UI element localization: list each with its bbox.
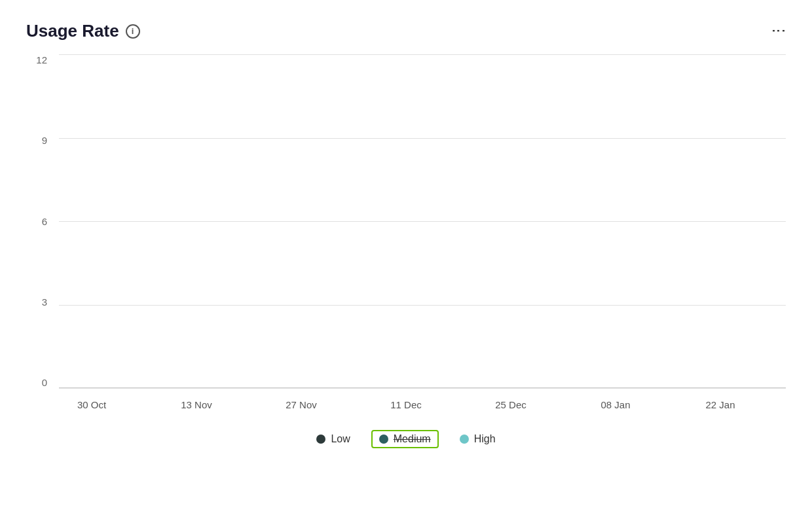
legend-medium-label: Medium xyxy=(394,433,431,445)
bar-group-6 xyxy=(728,54,756,388)
y-label-0: 0 xyxy=(42,377,52,388)
legend-low: Low xyxy=(316,433,350,445)
y-label-3: 3 xyxy=(42,296,52,308)
bar-group-2 xyxy=(270,54,330,388)
bar-group-0 xyxy=(88,54,117,388)
x-label-1: 13 Nov xyxy=(170,399,223,410)
y-axis: 12 9 6 3 0 xyxy=(26,54,52,388)
chart-title-group: Usage Rate i xyxy=(26,21,140,41)
x-label-5: 08 Jan xyxy=(589,399,642,410)
bars-row xyxy=(59,54,786,388)
legend-dot-medium xyxy=(379,435,388,444)
y-label-9: 9 xyxy=(42,135,52,146)
chart-header: Usage Rate i ⋮ xyxy=(26,21,786,41)
more-menu-icon[interactable]: ⋮ xyxy=(771,24,786,39)
x-label-0: 30 Oct xyxy=(65,399,118,410)
chart-area: 12 9 6 3 0 30 Oct13 Nov27 Nov11 Dec25 De… xyxy=(26,54,786,421)
y-label-12: 12 xyxy=(36,54,52,65)
grid-and-bars xyxy=(59,54,786,388)
chart-title: Usage Rate xyxy=(26,21,119,41)
chart-container: Usage Rate i ⋮ 12 9 6 3 0 xyxy=(0,0,812,515)
x-label-3: 11 Dec xyxy=(380,399,432,410)
x-axis: 30 Oct13 Nov27 Nov11 Dec25 Dec08 Jan22 J… xyxy=(26,388,786,421)
x-label-6: 22 Jan xyxy=(694,399,747,410)
legend-high-label: High xyxy=(474,433,496,445)
bar-group-3 xyxy=(377,54,468,388)
info-icon[interactable]: i xyxy=(126,24,140,39)
legend-dot-high xyxy=(460,435,469,444)
x-label-2: 27 Nov xyxy=(275,399,327,410)
y-label-6: 6 xyxy=(42,216,52,227)
legend: Low Medium High xyxy=(26,430,786,448)
legend-dot-low xyxy=(316,435,325,444)
x-label-4: 25 Dec xyxy=(485,399,537,410)
legend-low-label: Low xyxy=(331,433,350,445)
bar-group-1 xyxy=(164,54,224,388)
legend-high: High xyxy=(460,433,496,445)
bar-group-5 xyxy=(589,54,681,388)
bar-group-4 xyxy=(515,54,544,388)
legend-medium-box[interactable]: Medium xyxy=(371,430,439,448)
